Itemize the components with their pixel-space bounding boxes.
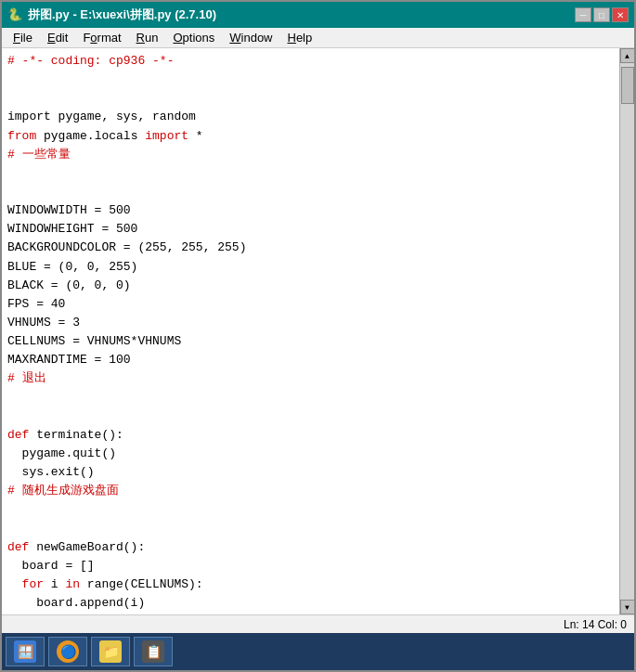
maximize-button[interactable]: □ xyxy=(593,7,610,22)
app-icon: 🐍 xyxy=(7,7,22,22)
status-bar: Ln: 14 Col: 0 xyxy=(2,614,634,633)
code-content: # -*- coding: cp936 -*- import pygame, s… xyxy=(7,52,614,614)
title-bar: 🐍 拼图.py - E:\xuexi\拼图.py (2.7.10) ─ □ ✕ xyxy=(2,2,634,28)
taskbar-file[interactable]: 📁 xyxy=(91,637,130,666)
menu-bar: File Edit Format Run Options Window Help xyxy=(2,28,634,48)
taskbar-extra[interactable]: 📋 xyxy=(134,637,173,666)
menu-help[interactable]: Help xyxy=(280,29,320,46)
scroll-down-arrow[interactable]: ▼ xyxy=(620,600,635,614)
title-bar-left: 🐍 拼图.py - E:\xuexi\拼图.py (2.7.10) xyxy=(7,6,216,23)
vertical-scrollbar[interactable]: ▲ ▼ xyxy=(619,48,634,614)
file-icon: 📁 xyxy=(99,640,122,663)
menu-edit[interactable]: Edit xyxy=(40,29,75,46)
title-buttons: ─ □ ✕ xyxy=(575,7,629,22)
minimize-button[interactable]: ─ xyxy=(575,7,591,22)
taskbar: 🪟 🔵 📁 📋 xyxy=(2,633,634,670)
browser-icon: 🔵 xyxy=(57,640,79,663)
menu-format[interactable]: Format xyxy=(75,29,128,46)
main-window: 🐍 拼图.py - E:\xuexi\拼图.py (2.7.10) ─ □ ✕ … xyxy=(0,0,636,672)
menu-window[interactable]: Window xyxy=(222,29,279,46)
taskbar-start[interactable]: 🪟 xyxy=(6,637,45,666)
menu-run[interactable]: Run xyxy=(129,29,166,46)
status-text: Ln: 14 Col: 0 xyxy=(564,618,627,631)
extra-icon: 📋 xyxy=(142,640,164,663)
start-icon: 🪟 xyxy=(14,640,36,663)
code-editor[interactable]: # -*- coding: cp936 -*- import pygame, s… xyxy=(2,48,619,614)
menu-options[interactable]: Options xyxy=(165,29,222,46)
close-button[interactable]: ✕ xyxy=(612,7,629,22)
menu-file[interactable]: File xyxy=(6,29,40,46)
scroll-track[interactable] xyxy=(620,63,634,600)
window-title: 拼图.py - E:\xuexi\拼图.py (2.7.10) xyxy=(28,6,216,23)
scroll-thumb[interactable] xyxy=(621,67,634,104)
taskbar-browser[interactable]: 🔵 xyxy=(48,637,87,666)
scroll-up-arrow[interactable]: ▲ xyxy=(620,48,635,63)
editor-area: # -*- coding: cp936 -*- import pygame, s… xyxy=(2,48,634,614)
